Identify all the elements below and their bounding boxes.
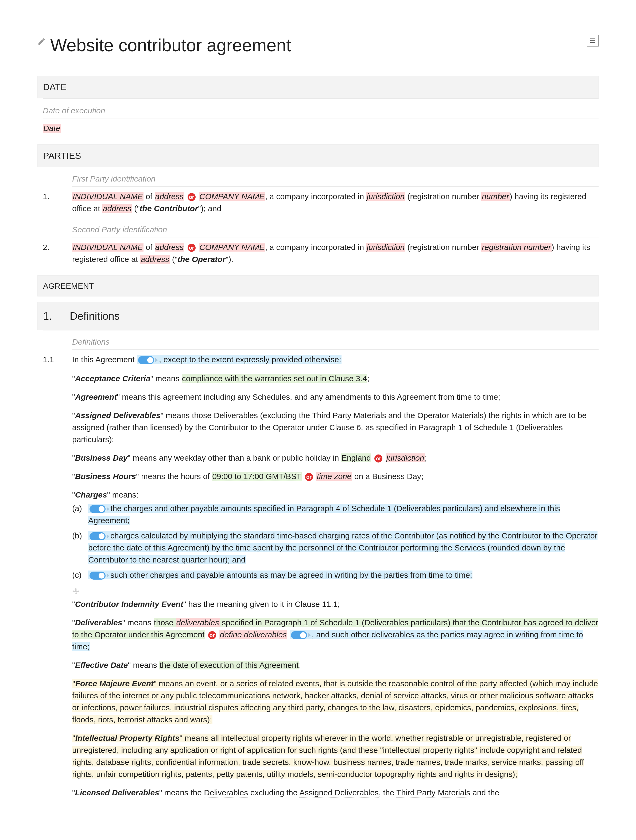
toc-icon[interactable] xyxy=(587,35,598,46)
party1-marker: 1. xyxy=(38,190,72,202)
p1-reg-address[interactable]: address xyxy=(102,204,132,213)
p2-jurisdiction[interactable]: jurisdiction xyxy=(366,243,405,251)
or-badge[interactable]: or xyxy=(187,244,195,252)
or-badge[interactable]: or xyxy=(208,631,216,639)
bh-timezone[interactable]: time zone xyxy=(316,472,352,481)
def-contributor-indemnity-event: "Contributor Indemnity Event" has the me… xyxy=(72,595,598,613)
party2-subtitle: Second Party identification xyxy=(72,218,598,237)
definitions-subtitle: Definitions xyxy=(72,330,598,350)
or-badge[interactable]: or xyxy=(375,455,383,463)
p2-company-name[interactable]: COMPANY NAME xyxy=(199,243,265,251)
p2-role: the Operator xyxy=(178,255,225,264)
date-value-row: Date xyxy=(38,118,598,138)
party2-marker: 2. xyxy=(38,241,72,253)
definitions-number: 1. xyxy=(43,308,70,324)
toggle-icon[interactable] xyxy=(90,572,105,579)
agreement-section-header: AGREEMENT xyxy=(38,275,598,297)
p1-address[interactable]: address xyxy=(155,192,184,201)
svg-rect-0 xyxy=(590,38,595,39)
date-section-header: DATE xyxy=(38,76,598,98)
toggle-icon[interactable] xyxy=(90,505,105,513)
definitions-title: Definitions xyxy=(70,308,120,324)
p1-jurisdiction[interactable]: jurisdiction xyxy=(366,192,405,201)
party2-row: 2. INDIVIDUAL NAME of address or COMPANY… xyxy=(38,237,598,269)
p1-individual-name[interactable]: INDIVIDUAL NAME xyxy=(72,192,143,201)
def-force-majeure: "Force Majeure Event" means an event, or… xyxy=(72,674,598,729)
party1-row: 1. INDIVIDUAL NAME of address or COMPANY… xyxy=(38,186,598,218)
charges-b: (b) charges calculated by multiplying th… xyxy=(72,528,598,567)
def-business-day: "Business Day" means any weekday other t… xyxy=(72,448,598,467)
del-deliverables[interactable]: deliverables xyxy=(176,618,220,627)
drag-handle-icon[interactable] xyxy=(72,587,80,595)
caret-right-icon xyxy=(107,573,109,578)
caret-right-icon xyxy=(155,358,158,362)
def-ipr: "Intellectual Property Rights" means all… xyxy=(72,729,598,783)
p2-address[interactable]: address xyxy=(155,243,184,251)
edit-icon[interactable] xyxy=(38,37,46,46)
p1-company-name[interactable]: COMPANY NAME xyxy=(199,192,265,201)
or-badge[interactable]: or xyxy=(305,473,313,481)
toggle-icon[interactable] xyxy=(291,631,307,639)
def-business-hours: "Business Hours" means the hours of 09:0… xyxy=(72,467,598,485)
svg-rect-1 xyxy=(590,40,595,41)
title-bar: Website contributor agreement xyxy=(38,32,598,69)
clause-1-1: 1.1 In this Agreement , except to the ex… xyxy=(38,350,598,369)
def-agreement: "Agreement" means this agreement includi… xyxy=(72,388,598,406)
p1-role: the Contributor xyxy=(140,204,198,213)
def-assigned-deliverables: "Assigned Deliverables" means those Deli… xyxy=(72,406,598,448)
page-title: Website contributor agreement xyxy=(50,32,291,58)
toggle-icon[interactable] xyxy=(138,356,154,364)
charges-c: (c) such other charges and payable amoun… xyxy=(72,567,598,583)
date-placeholder[interactable]: Date xyxy=(43,124,61,133)
svg-rect-2 xyxy=(590,42,595,43)
definitions-header: 1. Definitions xyxy=(38,302,598,330)
charges-a: (a) the charges and other payable amount… xyxy=(72,501,598,528)
date-subtitle: Date of execution xyxy=(43,99,598,118)
def-effective-date: "Effective Date" means the date of execu… xyxy=(72,656,598,674)
or-badge[interactable]: or xyxy=(187,193,195,201)
parties-section-header: PARTIES xyxy=(38,144,598,167)
def-acceptance-criteria: "Acceptance Criteria" means compliance w… xyxy=(72,369,598,388)
def-licensed-deliverables: "Licensed Deliverables" means the Delive… xyxy=(72,783,598,802)
caret-right-icon xyxy=(107,534,109,538)
party1-subtitle: First Party identification xyxy=(72,167,598,186)
bd-jurisdiction[interactable]: jurisdiction xyxy=(386,453,425,462)
p2-reg-address[interactable]: address xyxy=(140,255,170,264)
def-deliverables: "Deliverables" means those deliverables … xyxy=(72,613,598,656)
caret-right-icon xyxy=(107,507,109,511)
del-define[interactable]: define deliverables xyxy=(219,630,287,639)
p2-individual-name[interactable]: INDIVIDUAL NAME xyxy=(72,243,143,251)
p1-reg-number[interactable]: number xyxy=(481,192,510,201)
p2-reg-number[interactable]: registration number xyxy=(481,243,551,251)
clause-1-1-marker: 1.1 xyxy=(38,354,72,365)
caret-right-icon xyxy=(308,633,311,637)
toggle-icon[interactable] xyxy=(90,532,105,540)
def-charges: "Charges" means: (a) the charges and oth… xyxy=(72,485,598,586)
